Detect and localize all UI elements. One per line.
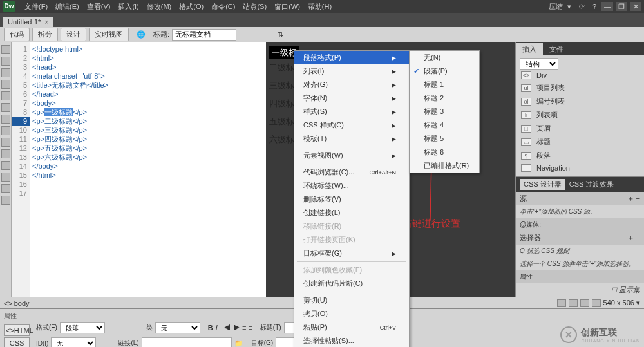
context-menu-item[interactable]: CSS 样式(C)▶: [294, 118, 409, 132]
css-selector-filter[interactable]: Q 筛选 CSS 规则: [516, 245, 644, 258]
menu-view[interactable]: 查看(V): [83, 2, 115, 12]
menu-modify[interactable]: 修改(M): [143, 2, 176, 12]
gutter-icon[interactable]: [1, 80, 10, 89]
css-props-header[interactable]: 属性: [516, 270, 644, 283]
insert-item[interactable]: ol编号列表: [520, 95, 640, 108]
submenu-item[interactable]: 标题 2: [410, 91, 479, 105]
gutter-icon[interactable]: [1, 115, 10, 124]
context-submenu[interactable]: 无(N)✔段落(P)标题 1标题 2标题 3标题 4标题 5标题 6已编排格式(…: [409, 50, 480, 173]
toolbar-sort-icon[interactable]: ⇅: [278, 30, 283, 39]
gutter-icon[interactable]: [1, 149, 10, 158]
tab-files[interactable]: 文件: [543, 43, 570, 55]
submenu-item[interactable]: 已编排格式(R): [410, 159, 479, 173]
tab-css-designer[interactable]: CSS 设计器: [520, 179, 565, 190]
insert-category-select[interactable]: 结构: [520, 58, 558, 70]
props-tab-css[interactable]: CSS: [4, 337, 30, 348]
document-tab[interactable]: Untitled-1* ×: [3, 17, 53, 27]
device-icon[interactable]: [557, 299, 566, 307]
context-menu-item[interactable]: 选择性粘贴(S)...: [294, 334, 409, 347]
props-tab-html[interactable]: <>HTML: [4, 324, 30, 336]
link-browse-icon[interactable]: 📁: [234, 339, 243, 348]
context-menu-item[interactable]: 样式(S)▶: [294, 105, 409, 118]
view-design[interactable]: 设计: [61, 28, 86, 41]
gutter-icon[interactable]: [1, 68, 10, 77]
tab-css-transitions[interactable]: CSS 过渡效果: [565, 179, 618, 190]
context-menu-item[interactable]: 剪切(U): [294, 294, 409, 307]
close-button[interactable]: ✕: [630, 2, 641, 11]
insert-item[interactable]: ▭标题: [520, 135, 640, 149]
insert-item[interactable]: <>Div: [520, 70, 640, 81]
insert-item[interactable]: ul项目列表: [520, 81, 640, 95]
menu-commands[interactable]: 命令(C): [207, 2, 239, 12]
context-menu-item[interactable]: 创建链接(L): [294, 206, 409, 220]
menu-file[interactable]: 文件(F): [21, 2, 52, 12]
css-media-header[interactable]: @媒体:: [516, 218, 644, 231]
context-menu-item[interactable]: 拷贝(O): [294, 307, 409, 321]
id-select[interactable]: 无: [51, 337, 96, 347]
context-menu-item[interactable]: 模板(T)▶: [294, 132, 409, 145]
insert-item[interactable]: ¶段落: [520, 149, 640, 162]
context-menu-item[interactable]: 删除标签(V): [294, 192, 409, 206]
context-menu-item[interactable]: 对齐(G)▶: [294, 78, 409, 91]
help-icon[interactable]: ?: [590, 3, 599, 10]
device-icon[interactable]: [592, 299, 601, 307]
view-live[interactable]: 实时视图: [89, 28, 129, 41]
tab-insert[interactable]: 插入: [516, 43, 543, 55]
context-menu-item[interactable]: 段落格式(P)▶: [294, 51, 409, 64]
tag-crumb[interactable]: <>: [4, 299, 12, 307]
code-editor[interactable]: <!doctype html><html><head><meta charset…: [30, 42, 111, 297]
css-selectors-header[interactable]: 选择器 ＋ −: [516, 231, 644, 245]
menu-window[interactable]: 窗口(W): [270, 2, 304, 12]
context-menu-item[interactable]: 字体(N)▶: [294, 91, 409, 105]
context-menu-item[interactable]: 列表(I)▶: [294, 64, 409, 78]
context-menu-item[interactable]: 元素视图(W)▶: [294, 149, 409, 162]
device-icon[interactable]: [569, 299, 578, 307]
layout-dropdown[interactable]: 压缩 ▾: [544, 2, 574, 12]
context-menu-item[interactable]: 粘贴(P)Ctrl+V: [294, 321, 409, 334]
submenu-item[interactable]: 标题 6: [410, 145, 479, 159]
menu-insert[interactable]: 插入(I): [114, 2, 142, 12]
gutter-icon[interactable]: [1, 138, 10, 147]
menu-edit[interactable]: 编辑(E): [52, 2, 83, 12]
css-sources-header[interactable]: 源 ＋ −: [516, 192, 644, 205]
minimize-button[interactable]: —: [601, 2, 613, 11]
context-menu-item[interactable]: 环绕标签(W)...: [294, 179, 409, 192]
context-menu-item[interactable]: 代码浏览器(C)...Ctrl+Alt+N: [294, 165, 409, 179]
gutter-icon[interactable]: [1, 196, 10, 205]
gutter-icon[interactable]: [1, 126, 10, 135]
gutter-icon[interactable]: [1, 57, 10, 66]
format-select[interactable]: 段落: [60, 322, 105, 333]
context-menu-item[interactable]: 创建新代码片断(C): [294, 277, 409, 290]
menu-site[interactable]: 站点(S): [239, 2, 270, 12]
submenu-item[interactable]: ✔段落(P): [410, 64, 479, 78]
insert-item[interactable]: Navigation: [520, 162, 640, 174]
submenu-item[interactable]: 标题 5: [410, 132, 479, 145]
css-show-set[interactable]: ☐ 显示集: [516, 283, 644, 297]
sync-icon[interactable]: ⟳: [576, 3, 587, 11]
link-field[interactable]: [142, 337, 232, 347]
submenu-item[interactable]: 标题 3: [410, 105, 479, 118]
view-split[interactable]: 拆分: [32, 28, 58, 41]
gutter-icon[interactable]: [1, 45, 10, 54]
context-menu[interactable]: 段落格式(P)▶列表(I)▶对齐(G)▶字体(N)▶样式(S)▶CSS 样式(C…: [294, 50, 410, 347]
insert-item[interactable]: □页眉: [520, 122, 640, 135]
submenu-item[interactable]: 标题 4: [410, 118, 479, 132]
menu-format[interactable]: 格式(O): [175, 2, 207, 12]
submenu-item[interactable]: 无(N): [410, 51, 479, 64]
globe-icon[interactable]: 🌐: [137, 30, 146, 39]
tag-crumb-body[interactable]: body: [14, 299, 30, 307]
title-input[interactable]: [172, 29, 236, 41]
insert-item[interactable]: li列表项: [520, 108, 640, 122]
restore-button[interactable]: ❐: [616, 2, 627, 11]
context-menu-item[interactable]: 目标框架(G)▶: [294, 247, 409, 260]
class-select[interactable]: 无: [155, 322, 200, 333]
device-icon[interactable]: [580, 299, 589, 307]
submenu-item[interactable]: 标题 1: [410, 78, 479, 91]
gutter-icon[interactable]: [1, 184, 10, 193]
gutter-icon[interactable]: [1, 173, 10, 182]
gutter-icon[interactable]: [1, 161, 10, 170]
gutter-icon[interactable]: [1, 91, 10, 100]
menu-help[interactable]: 帮助(H): [304, 2, 336, 12]
close-tab-icon[interactable]: ×: [44, 19, 48, 26]
view-code[interactable]: 代码: [4, 28, 30, 41]
